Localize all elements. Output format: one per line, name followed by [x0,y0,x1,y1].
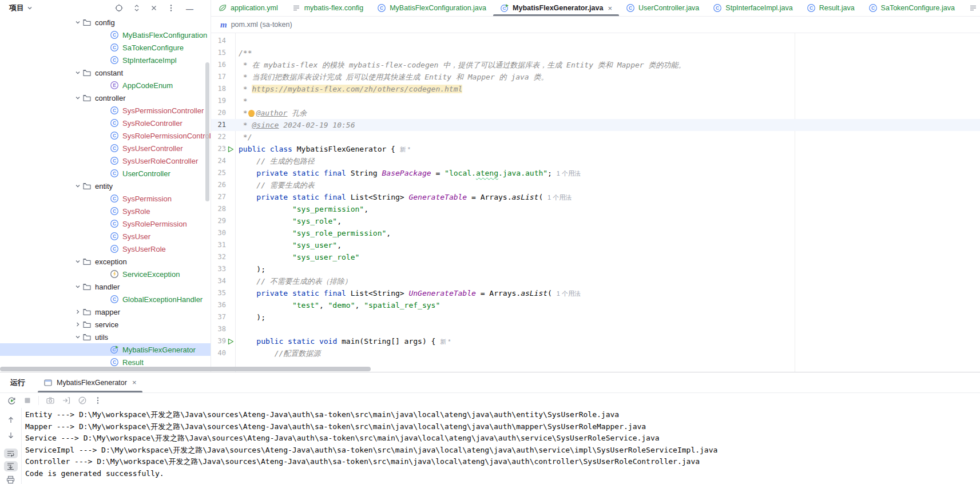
code-line-20: 20 *@author 孔余 [211,107,980,119]
expand-collapse-icon[interactable] [133,3,141,13]
tree-item-label: exception [95,257,127,266]
tree-item-service[interactable]: service [0,318,211,331]
chevron-down-icon[interactable] [73,94,82,101]
tree-item-syspermission[interactable]: CSysPermission [0,192,211,205]
chevron-down-icon[interactable] [73,19,82,26]
svg-text:C: C [113,246,116,252]
tree-item-sysuserrole[interactable]: CSysUserRole [0,243,211,255]
console-output[interactable]: Entity ---> D:\My\workspace\开发之路\Java\so… [22,408,980,484]
tree-item-config[interactable]: config [0,16,211,29]
tree-item-stpinterfaceimpl[interactable]: CStpInterfaceImpl [0,54,211,66]
code-line-30: 30 "sys_role_permission", [211,227,980,239]
import-icon[interactable] [62,396,71,405]
svg-text:C: C [113,296,116,302]
editor-tab-usercontroller.java[interactable]: CUserController.java [619,0,706,16]
tree-item-label: constant [95,69,123,77]
up-arrow-icon[interactable] [4,415,18,425]
line-number: 36 [211,299,226,311]
line-number: 18 [211,83,226,95]
tree-item-mapper[interactable]: mapper [0,306,211,318]
tree-item-utils[interactable]: utils [0,331,211,343]
svg-text:C: C [380,5,383,11]
editor-tab-stpinterfaceimpl.java[interactable]: CStpInterfaceImpl.java [706,0,799,16]
tree-item-appcodeenum[interactable]: EAppCodeEnum [0,79,211,92]
soft-wrap-icon[interactable] [4,449,18,458]
tree-item-exception[interactable]: exception [0,255,211,268]
rerun-icon[interactable] [7,396,17,406]
chevron-down-icon[interactable] [26,5,33,11]
console-output-line: Service ---> D:\My\workspace\开发之路\Java\s… [25,433,980,445]
run-gutter-icon[interactable] [226,143,235,155]
editor-tab-mybatisflexconfiguration.java[interactable]: CMyBatisFlexConfiguration.java [370,0,493,16]
tree-item-sysuser[interactable]: CSysUser [0,230,211,243]
editor-tab-application.yml[interactable]: application.yml [211,0,285,16]
chevron-down-icon[interactable] [73,258,82,265]
tree-vertical-scrollbar[interactable] [205,62,209,201]
tree-item-sysrolepermission[interactable]: CSysRolePermission [0,217,211,230]
run-gutter-icon[interactable] [226,335,235,347]
tree-item-controller[interactable]: controller [0,92,211,104]
chevron-right-icon[interactable] [73,308,82,315]
editor-tab-satokenconfigure.java[interactable]: CSaTokenConfigure.java [862,0,962,16]
scroll-to-end-icon[interactable] [4,461,18,471]
locate-icon[interactable] [114,3,124,13]
chevron-right-icon[interactable] [73,321,82,328]
svg-text:C: C [113,208,116,214]
tree-item-handler[interactable]: handler [0,280,211,293]
tree-item-sysrole[interactable]: CSysRole [0,205,211,217]
tree-item-globalexceptionhandler[interactable]: CGlobalExceptionHandler [0,293,211,306]
more-icon[interactable] [94,396,102,404]
tree-item-entity[interactable]: entity [0,180,211,192]
code-editor[interactable]: 1415/**16 * 在 mybatis-flex 的模块 mybatis-f… [211,33,980,372]
close-icon[interactable]: × [608,4,612,13]
class-icon: C [110,169,119,178]
console-output-line: Code is generated successfully. [25,468,980,480]
tree-item-constant[interactable]: constant [0,66,211,79]
class-icon: C [110,194,119,203]
run-tab-mybatisflexgenerator[interactable]: MybatisFlexGenerator × [38,372,142,392]
chevron-down-icon[interactable] [73,69,82,76]
intention-bulb-icon[interactable] [248,110,255,116]
editor-tab-mybatis-flex.config[interactable]: mybatis-flex.config [285,0,371,16]
editor-tab-mybatisflexgenerator.java[interactable]: CMybatisFlexGenerator.java× [493,0,619,16]
code-line-15: 15/** [211,47,980,59]
editor-tab-system_user.sql[interactable]: system_user.sql [962,0,980,16]
editor-area: application.ymlmybatis-flex.configCMyBat… [211,0,980,372]
tree-item-sysrolecontroller[interactable]: CSysRoleController [0,117,211,129]
tree-item-usercontroller[interactable]: CUserController [0,167,211,180]
tree-item-sysrolepermissioncontroller[interactable]: CSysRolePermissionController [0,129,211,142]
tree-item-sysusercontroller[interactable]: CSysUserController [0,142,211,154]
close-icon[interactable]: × [132,378,137,387]
editor-tab-result.java[interactable]: CResult.java [800,0,862,16]
console-side-toolbar [0,408,22,484]
down-arrow-icon[interactable] [4,430,18,440]
line-number: 17 [211,71,226,83]
line-number: 27 [211,191,226,203]
tree-item-sysuserrolecontroller[interactable]: CSysUserRoleController [0,154,211,167]
gutter [226,107,235,119]
chevron-down-icon[interactable] [73,183,82,189]
line-number: 22 [211,131,226,143]
line-number: 31 [211,239,226,251]
chevron-down-icon[interactable] [73,334,82,340]
tree-item-mybatisflexconfiguration[interactable]: CMyBatisFlexConfiguration [0,29,211,41]
gutter [226,239,235,251]
code-text: "sys_role_permission", [235,227,980,239]
breadcrumb[interactable]: m pom.xml (sa-token) [211,17,980,33]
tree-item-syspermissioncontroller[interactable]: CSysPermissionController [0,104,211,117]
minimize-dash-icon[interactable]: — [186,5,193,13]
stop-icon[interactable] [23,396,31,404]
svg-text:C: C [113,108,116,113]
tree-item-satokenconfigure[interactable]: CSaTokenConfigure [0,41,211,54]
tree-item-label: MyBatisFlexConfiguration [122,31,207,39]
edit-icon[interactable] [78,396,87,405]
tree-item-mybatisflexgenerator[interactable]: CMybatisFlexGenerator [0,343,211,356]
line-number: 24 [211,155,226,167]
camera-icon[interactable] [46,396,55,405]
tree-item-serviceexception[interactable]: ServiceException [0,268,211,280]
more-icon[interactable] [167,4,175,12]
tree-horizontal-scrollbar[interactable] [0,367,371,371]
chevron-down-icon[interactable] [73,283,82,290]
close-icon[interactable] [150,4,158,12]
print-icon[interactable] [4,475,18,484]
